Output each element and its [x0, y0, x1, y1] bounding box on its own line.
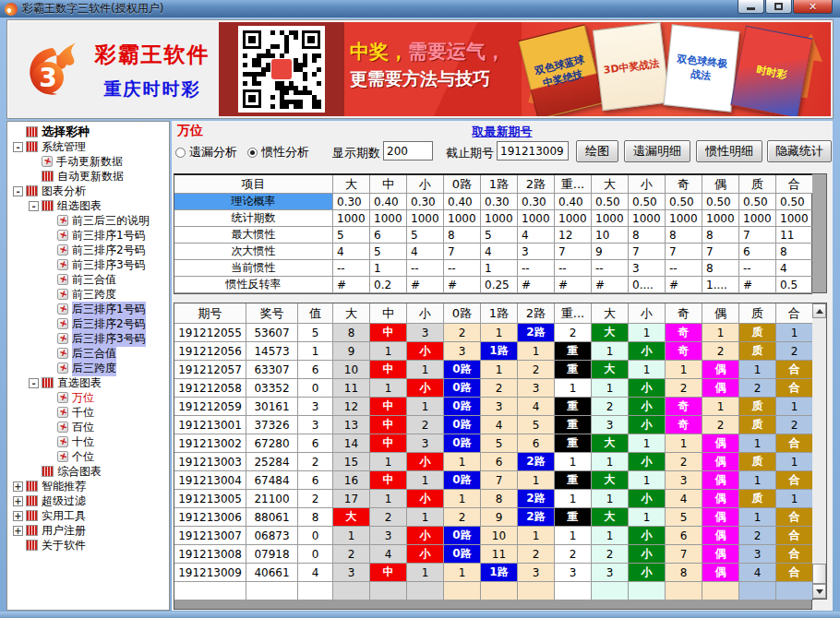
tree-item[interactable]: 百位 [7, 420, 169, 434]
minus-expand-icon[interactable]: - [29, 378, 39, 388]
tree-item[interactable]: 手动更新数据 [7, 154, 169, 169]
period-cell: 191213009 [174, 564, 246, 582]
book-cover[interactable]: 双色球终极战法 [664, 24, 740, 112]
attr-cell: 偶 [702, 508, 739, 527]
tree-item[interactable]: 千位 [7, 405, 169, 420]
radio-omission[interactable]: 遗漏分析 [175, 144, 237, 160]
radio-icon [247, 148, 258, 158]
attr-cell: 质 [739, 490, 776, 508]
minus-expand-icon[interactable]: - [13, 186, 23, 196]
tree-item[interactable]: -系统管理 [7, 139, 169, 154]
stats-row[interactable]: 最大惯性5658541210888711 [174, 227, 811, 244]
table-row[interactable]: 19121300706873013小0路10111小6偶2合 [174, 527, 811, 545]
tree-item[interactable]: 万位 [7, 390, 169, 405]
attr-cell: 偶 [702, 434, 739, 453]
tree-item[interactable]: 综合图表 [7, 464, 169, 479]
stats-row[interactable]: 统计期数100010001000100010001000100010001000… [174, 210, 811, 227]
data-header-cell: 质 [739, 303, 776, 324]
stats-row-label[interactable]: 统计期数 [174, 210, 333, 227]
tree-item[interactable]: 前三跨度 [7, 287, 169, 302]
scroll-down-button[interactable] [812, 584, 826, 599]
tree-item[interactable]: 个位 [7, 449, 169, 464]
end-period-input[interactable] [497, 141, 569, 160]
get-latest-period-link[interactable]: 取最新期号 [172, 124, 833, 140]
tree-item[interactable]: +实用工具 [7, 508, 169, 523]
stats-row-label[interactable]: 理论概率 [174, 194, 333, 210]
minimize-button[interactable] [738, 0, 764, 14]
stats-row[interactable]: 次大惯性4547437977768 [174, 244, 811, 260]
table-row[interactable]: 19121300467484616中10路71重大13偶1合 [174, 471, 811, 490]
stats-row-label[interactable]: 次大惯性 [174, 244, 333, 260]
stats-row[interactable]: 理论概率0.300.400.300.400.300.300.400.500.50… [174, 194, 811, 210]
attr-cell: 2 [666, 453, 702, 471]
ad-banner[interactable]: 中奖，需要运气， 更需要方法与技巧 双色球蓝球中奖绝技3D中奖战法双色球终极战法… [219, 22, 831, 116]
tree-item[interactable]: 后三排序3号码 [7, 331, 169, 346]
tree-item[interactable]: 前三排序1号码 [7, 228, 169, 243]
table-row[interactable]: 19121300267280614中30路56重大11偶1合 [174, 434, 811, 453]
tree-item[interactable]: 前三排序3号码 [7, 257, 169, 272]
table-row[interactable]: 191213006880618大21292路重大15偶1合 [174, 508, 811, 527]
stats-row-label[interactable]: 当前惯性 [174, 260, 333, 277]
table-row[interactable]: 19121300807918024小0路11222小7偶3合 [174, 545, 811, 564]
plus-expand-icon[interactable]: + [13, 511, 23, 521]
table-row[interactable]: 191213005211002171小182路11小4偶质1 [174, 490, 811, 508]
chart-node-icon [26, 481, 38, 492]
periods-input[interactable] [383, 141, 433, 160]
tree-item[interactable]: +智能推荐 [7, 479, 169, 493]
attr-cell: 2 [776, 342, 813, 361]
tree-item[interactable]: 关于软件 [7, 538, 169, 553]
draw-button[interactable]: 绘图 [576, 140, 618, 162]
stats-row[interactable]: 惯性反转率#0.2##0.25###0....#1....#0.5 [174, 277, 811, 293]
stats-row[interactable]: 当前惯性--1----1------3--8--4 [174, 260, 811, 277]
stats-row-label[interactable]: 惯性反转率 [174, 277, 333, 293]
plus-expand-icon[interactable]: + [13, 496, 23, 506]
inertia-detail-button[interactable]: 惯性明细 [696, 140, 762, 162]
tree-item[interactable]: 后三跨度 [7, 361, 169, 375]
table-row[interactable]: 19121205930161312中10路34重2小奇1质1 [174, 398, 811, 416]
table-row[interactable]: 191213003252842151小162路11小2偶质1 [174, 453, 811, 471]
table-row[interactable]: 19121205614573191小31路1重1小奇2质2 [174, 342, 811, 361]
tree-item[interactable]: 后三排序2号码 [7, 316, 169, 331]
table-row[interactable]: 19121300137326313中20路45重3小奇2质2 [174, 416, 811, 434]
book-cover[interactable]: 3D中奖战法 [593, 22, 670, 111]
minus-expand-icon[interactable]: - [29, 201, 39, 211]
tree-item[interactable]: 选择彩种 [7, 125, 169, 139]
attr-cell: 1 [739, 361, 776, 379]
close-button[interactable]: ✕ [793, 0, 833, 14]
stats-header-cell: 小 [629, 175, 666, 194]
tree-item[interactable]: +超级过滤 [7, 493, 169, 508]
tree-item[interactable]: 自动更新数据 [7, 169, 169, 184]
table-row[interactable]: 191212058033520111小0路2311小2偶2合 [174, 379, 811, 398]
stats-row-label[interactable]: 最大惯性 [174, 227, 333, 244]
leaf-node-icon [57, 362, 68, 374]
omission-detail-button[interactable]: 遗漏明细 [624, 140, 690, 162]
minus-expand-icon[interactable]: - [13, 142, 23, 152]
table-row[interactable]: 19121205763307610中10路12重大11偶1合 [174, 361, 811, 379]
vertical-scrollbar[interactable] [812, 303, 827, 600]
attr-cell: 合 [776, 434, 813, 453]
plus-expand-icon[interactable]: + [13, 526, 23, 536]
tree-item[interactable]: +用户注册 [7, 523, 169, 538]
maximize-button[interactable] [765, 0, 792, 14]
table-row[interactable]: 1912130094066143中111路333小8偶4合 [174, 564, 811, 582]
tree-item[interactable]: -直选图表 [7, 375, 169, 390]
radio-inertia[interactable]: 惯性分析 [247, 144, 309, 160]
tree-item[interactable]: 后三合值 [7, 346, 169, 361]
book-cover[interactable]: 时时彩 [730, 26, 812, 116]
attr-cell: 1 [592, 490, 629, 508]
hide-stats-button[interactable]: 隐藏统计 [767, 140, 832, 162]
tree-item[interactable]: 十位 [7, 434, 169, 449]
attr-cell: 大 [333, 508, 370, 527]
tree-item[interactable]: 后三排序1号码 [7, 302, 169, 316]
scroll-up-button[interactable] [812, 303, 826, 318]
tree-item[interactable]: -组选图表 [7, 198, 169, 213]
horizontal-scrollbar[interactable] [174, 600, 812, 610]
attr-cell: 合 [776, 545, 813, 564]
table-row[interactable]: 1912120555360758中3212路2大1奇1质1 [174, 324, 811, 342]
scrollbar-thumb[interactable] [812, 564, 826, 584]
tree-item[interactable]: 前三后三的说明 [7, 213, 169, 228]
tree-item[interactable]: -图表分析 [7, 184, 169, 198]
tree-item[interactable]: 前三合值 [7, 272, 169, 287]
plus-expand-icon[interactable]: + [13, 481, 23, 492]
tree-item[interactable]: 前三排序2号码 [7, 243, 169, 257]
